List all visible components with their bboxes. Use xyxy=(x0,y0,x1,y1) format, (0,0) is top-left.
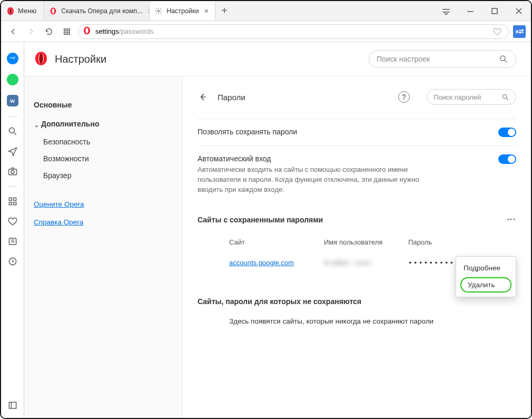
history-icon[interactable] xyxy=(7,256,18,267)
svg-rect-10 xyxy=(67,32,70,34)
whatsapp-icon[interactable] xyxy=(7,74,18,85)
passwords-search-input[interactable]: Поиск паролей xyxy=(427,89,516,105)
setting-label: Позволять сохранять пароли xyxy=(198,128,297,136)
new-tab-button[interactable]: + xyxy=(215,1,233,21)
nav-browser[interactable]: Браузер xyxy=(34,167,182,184)
nav-link-rate[interactable]: Оцените Opera xyxy=(34,197,182,211)
opera-logo-icon xyxy=(34,51,48,67)
col-user: Имя пользователя xyxy=(324,238,408,246)
collapse-sidebar-icon[interactable] xyxy=(7,400,18,411)
close-icon[interactable]: × xyxy=(203,6,210,15)
help-link[interactable]: Справка Opera xyxy=(34,218,83,226)
svg-rect-16 xyxy=(9,198,12,200)
search-icon[interactable] xyxy=(7,126,18,137)
tab-1[interactable]: Настройки × xyxy=(150,1,215,21)
vk-icon[interactable]: w xyxy=(7,95,18,106)
svg-rect-8 xyxy=(67,28,70,31)
menu-delete[interactable]: Удалить xyxy=(460,277,511,293)
chevron-up-icon: ⌃ xyxy=(34,121,39,128)
site-link[interactable]: accounts.google.com xyxy=(229,259,294,267)
auto-signin-toggle[interactable] xyxy=(498,154,516,164)
snapshot-icon[interactable] xyxy=(7,166,18,177)
address-bar[interactable]: settings/passwords xyxy=(78,24,509,39)
news-icon[interactable] xyxy=(7,236,18,247)
gear-icon xyxy=(155,7,162,15)
heart-icon[interactable] xyxy=(7,216,18,227)
tab-strip: Скачать Опера для комп... × Настройки × … xyxy=(44,1,434,21)
messenger-icon[interactable] xyxy=(7,53,18,64)
close-window-button[interactable] xyxy=(507,1,531,21)
speed-dial-button[interactable] xyxy=(60,25,74,38)
svg-rect-6 xyxy=(492,8,497,14)
never-title: Сайты, пароли для которых не сохраняются xyxy=(198,297,516,306)
rate-link[interactable]: Оцените Opera xyxy=(34,200,84,208)
mini-sidebar: w xyxy=(1,42,24,418)
maximize-button[interactable] xyxy=(482,1,507,21)
reload-button[interactable] xyxy=(42,25,56,38)
back-button[interactable] xyxy=(6,25,20,38)
settings-main: Пароли ? Поиск паролей Позволять сохраня… xyxy=(182,76,531,418)
opera-favicon-icon xyxy=(83,26,91,36)
address-text-main: settings xyxy=(95,27,119,35)
tabs-menu-button[interactable] xyxy=(434,1,458,21)
password-table-header: Сайт Имя пользователя Пароль xyxy=(198,232,516,252)
svg-rect-19 xyxy=(13,202,16,205)
setting-label: Автоматический вход xyxy=(198,154,429,163)
setting-description: Автоматически входить на сайты с помощью… xyxy=(198,165,429,195)
nav-features[interactable]: Возможности xyxy=(34,150,182,167)
password-context-menu: Подробнее Удалить xyxy=(456,256,516,297)
divider xyxy=(8,186,17,187)
col-password: Пароль xyxy=(408,238,492,246)
opera-favicon-icon xyxy=(50,7,57,15)
menu-details[interactable]: Подробнее xyxy=(456,260,516,276)
nav-advanced[interactable]: ⌃Дополнительно xyxy=(34,114,182,133)
svg-rect-17 xyxy=(13,198,16,200)
svg-rect-18 xyxy=(9,202,12,205)
forward-button[interactable] xyxy=(24,25,38,38)
svg-rect-22 xyxy=(9,402,16,408)
bookmark-heart-icon[interactable] xyxy=(492,27,502,36)
setting-offer-save: Позволять сохранять пароли xyxy=(198,119,516,145)
offer-save-toggle[interactable] xyxy=(498,128,516,137)
opera-logo-icon xyxy=(6,7,15,15)
more-vert-icon[interactable]: ⋮ xyxy=(506,215,516,225)
nav-basic[interactable]: Основные xyxy=(34,95,182,114)
window-controls xyxy=(434,1,531,21)
svg-point-2 xyxy=(9,8,12,14)
svg-point-26 xyxy=(500,56,505,61)
translate-button[interactable]: a⇄ xyxy=(513,25,526,38)
translate-icon: a⇄ xyxy=(515,28,523,35)
section-title: Пароли xyxy=(218,93,245,102)
saved-title: Сайты с сохраненными паролями xyxy=(198,216,323,224)
back-arrow-icon[interactable] xyxy=(198,92,208,102)
opera-menu-button[interactable]: Меню xyxy=(1,1,44,21)
settings-page: Настройки Поиск настроек Основные ⌃Допол… xyxy=(24,42,531,418)
svg-point-25 xyxy=(39,53,43,64)
never-saved-section: Сайты, пароли для которых не сохраняются… xyxy=(198,297,516,325)
settings-search-input[interactable]: Поиск настроек xyxy=(369,50,516,68)
settings-nav: Основные ⌃Дополнительно Безопасность Воз… xyxy=(24,76,182,418)
settings-header: Настройки Поиск настроек xyxy=(24,42,531,76)
extensions-icon[interactable] xyxy=(7,196,18,207)
send-icon[interactable] xyxy=(7,146,18,157)
section-header: Пароли ? Поиск паролей xyxy=(198,89,516,105)
svg-point-13 xyxy=(9,128,14,133)
help-icon[interactable]: ? xyxy=(398,91,410,103)
tab-label: Настройки xyxy=(166,7,199,15)
tab-label: Скачать Опера для комп... xyxy=(61,7,142,15)
tab-0[interactable]: Скачать Опера для комп... × xyxy=(44,1,150,21)
svg-point-27 xyxy=(503,94,507,99)
nav-link-help[interactable]: Справка Opera xyxy=(34,215,182,229)
search-icon xyxy=(499,54,508,64)
nav-security[interactable]: Безопасность xyxy=(34,133,182,150)
svg-point-12 xyxy=(85,28,88,34)
svg-rect-14 xyxy=(8,169,16,175)
svg-point-4 xyxy=(52,8,55,13)
search-placeholder: Поиск настроек xyxy=(377,55,430,63)
divider xyxy=(8,116,17,116)
username-cell: hidden user xyxy=(324,259,408,267)
nav-advanced-label: Дополнительно xyxy=(41,120,99,128)
search-icon xyxy=(501,93,509,101)
address-text-sub: /passwords xyxy=(119,27,154,35)
minimize-button[interactable] xyxy=(458,1,482,21)
